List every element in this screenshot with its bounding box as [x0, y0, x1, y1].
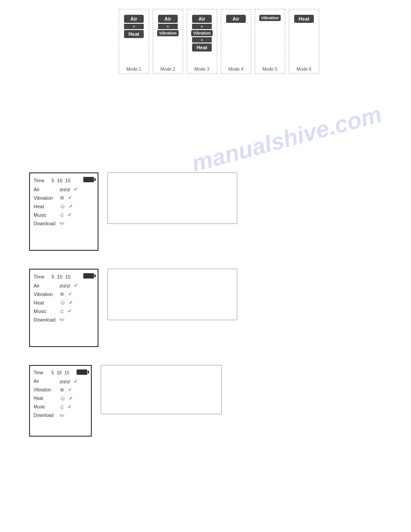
vibration-row-3: Vibration ≋ ✓ [34, 386, 87, 393]
time-numbers-3: 5 10 15 [51, 370, 69, 375]
description-box-3 [101, 365, 222, 414]
download-icon-2: ⇦ [60, 316, 64, 323]
air-icon-2: ⌀⌀⌀ [60, 282, 70, 289]
time-val-15-2: 15 [65, 274, 70, 279]
mode-box-3: Air + Vibration + Heat Mode 3 [187, 9, 217, 74]
heat-check-1: ✓ [69, 203, 73, 209]
vibration-icon-3: ≋ [60, 386, 64, 393]
battery-icon-3 [77, 369, 87, 375]
music-label-1: Music [34, 212, 60, 218]
vibration-check-3: ✓ [68, 387, 72, 393]
download-row-1: Download ⇦ [34, 220, 94, 227]
mode4-tag-air: Air [226, 15, 246, 23]
time-val-5-2: 5 [51, 274, 54, 279]
mode5-label: Mode 5 [255, 67, 285, 72]
time-numbers-1: 5 10 15 [51, 178, 71, 183]
download-label-3: Download [34, 413, 60, 418]
mode3-tag-air: Air [192, 15, 212, 23]
mode5-tag-vibration: Vibration [259, 15, 281, 21]
music-row-3: Music ♫ ✓ [34, 403, 87, 410]
music-icon-2: ♫ [60, 308, 64, 314]
mode3-tag-vibration: Vibration [191, 30, 213, 36]
heat-label-1: Heat [34, 204, 60, 209]
vibration-check-1: ✓ [68, 195, 72, 201]
heat-icon-2: ☺ [60, 299, 65, 306]
air-icon-3: ⌀⌀⌀ [60, 378, 70, 385]
mode3-tag-heat: Heat [192, 43, 212, 51]
mode2-tag-vibration: Vibration [157, 30, 179, 36]
mode3-plus1: + [192, 24, 212, 29]
mode1-label: Mode 1 [119, 67, 149, 72]
time-val-15-1: 15 [65, 178, 70, 183]
air-row-3: Air ⌀⌀⌀ ✓ [34, 378, 87, 385]
mode-box-2: Air + Vibration Mode 2 [153, 9, 183, 74]
heat-icon-1: ☺ [60, 203, 65, 210]
time-val-10-2: 10 [57, 274, 62, 279]
vibration-label-2: Vibration [34, 292, 60, 297]
vibration-label-3: Vibration [34, 387, 60, 392]
air-check-3: ✓ [74, 378, 78, 384]
battery-icon-1 [83, 177, 94, 182]
download-icon-1: ⇦ [60, 220, 64, 227]
mode-box-5: Vibration Mode 5 [255, 9, 285, 74]
air-label-2: Air [34, 283, 60, 288]
download-row-3: Download ⇦ [34, 412, 87, 419]
music-check-1: ✓ [68, 212, 72, 218]
heat-check-2: ✓ [69, 300, 73, 305]
time-val-5-1: 5 [51, 178, 54, 183]
mode-box-4: Air Mode 4 [221, 9, 251, 74]
time-val-10-3: 10 [57, 370, 62, 375]
music-check-2: ✓ [68, 308, 72, 314]
panel-section-3: Time 5 10 15 Air ⌀⌀⌀ ✓ Vibration ≋ ✓ Hea… [29, 365, 411, 437]
vibration-icon-1: ≋ [60, 194, 64, 201]
music-row-1: Music ♫ ✓ [34, 211, 94, 218]
vibration-label-1: Vibration [34, 195, 60, 201]
vibration-icon-2: ≋ [60, 291, 64, 297]
time-numbers-2: 5 10 15 [51, 274, 71, 279]
mode1-plus1: + [124, 24, 144, 29]
air-label-1: Air [34, 187, 60, 192]
heat-icon-3: ☺ [60, 395, 65, 402]
time-val-15-3: 15 [64, 370, 69, 375]
vibration-row-2: Vibration ≋ ✓ [34, 291, 94, 297]
music-icon-1: ♫ [60, 211, 64, 218]
mode-box-6: Heat Mode 6 [289, 9, 319, 74]
time-label-1: Time [34, 178, 51, 183]
mode6-tag-heat: Heat [294, 15, 314, 23]
battery-icon-2 [83, 273, 94, 279]
music-icon-3: ♫ [60, 403, 64, 410]
mode4-label: Mode 4 [221, 67, 251, 72]
air-check-1: ✓ [74, 186, 78, 192]
time-val-10-1: 10 [57, 178, 62, 183]
time-label-2: Time [34, 274, 51, 279]
music-row-2: Music ♫ ✓ [34, 308, 94, 314]
air-row-1: Air ⌀⌀⌀ ✓ [34, 186, 94, 193]
mode3-label: Mode 3 [187, 67, 217, 72]
heat-label-2: Heat [34, 300, 60, 305]
description-box-1 [107, 172, 237, 224]
mode1-tag-air: Air [124, 15, 144, 23]
mode3-plus2: + [192, 37, 212, 43]
time-label-3: Time [34, 370, 51, 375]
heat-row-2: Heat ☺ ✓ [34, 299, 94, 306]
air-check-2: ✓ [74, 283, 78, 288]
panel-section-2: Time 5 10 15 Air ⌀⌀⌀ ✓ Vibration ≋ ✓ Hea… [29, 269, 411, 347]
device-panel-1: Time 5 10 15 Air ⌀⌀⌀ ✓ Vibration ≋ ✓ Hea… [29, 172, 98, 251]
music-check-3: ✓ [68, 404, 72, 410]
description-box-2 [107, 269, 237, 320]
air-row-2: Air ⌀⌀⌀ ✓ [34, 282, 94, 289]
music-label-3: Music [34, 404, 60, 409]
heat-row-3: Heat ☺ ✓ [34, 395, 87, 402]
heat-label-3: Heat [34, 396, 60, 401]
download-icon-3: ⇦ [60, 412, 64, 419]
music-label-2: Music [34, 309, 60, 314]
air-label-3: Air [34, 379, 60, 384]
heat-row-1: Heat ☺ ✓ [34, 203, 94, 210]
watermark: manualshive.com [188, 101, 384, 177]
mode6-label: Mode 6 [289, 67, 319, 72]
heat-check-3: ✓ [69, 395, 73, 401]
device-panel-2: Time 5 10 15 Air ⌀⌀⌀ ✓ Vibration ≋ ✓ Hea… [29, 269, 98, 347]
mode2-tag-air: Air [158, 15, 178, 23]
vibration-check-2: ✓ [68, 291, 72, 297]
download-row-2: Download ⇦ [34, 316, 94, 323]
